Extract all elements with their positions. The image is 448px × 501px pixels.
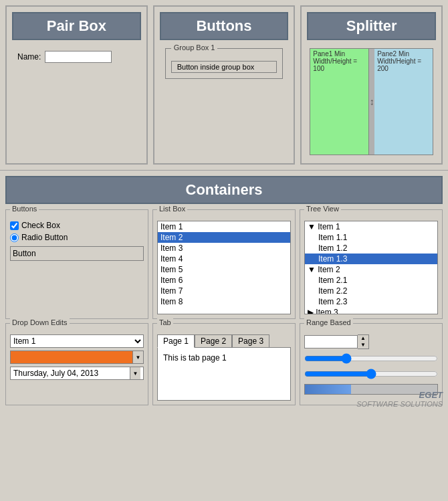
group-box-1: Group Box 1 Button inside group box — [165, 48, 284, 79]
tab-btn-2[interactable]: Page 3 — [232, 334, 269, 347]
tree-item[interactable]: ▼ Item 1 — [305, 221, 437, 232]
name-input[interactable] — [45, 51, 112, 63]
name-label: Name: — [17, 52, 41, 62]
list-item[interactable]: Item 5 — [158, 264, 290, 275]
list-item[interactable]: Item 2 — [158, 232, 290, 243]
listbox[interactable]: Item 1Item 2Item 3Item 4Item 5Item 6Item… — [157, 221, 291, 314]
tree-item[interactable]: Item 1.3 — [305, 254, 437, 264]
container-button[interactable]: Button — [10, 246, 144, 261]
tree-item[interactable]: Item 1.1 — [305, 232, 437, 243]
pane1[interactable]: Pane1 Min Width/Height = 100 — [310, 49, 369, 155]
dropdown-label: Drop Down Edits — [10, 318, 70, 326]
radio-row: Radio Button — [10, 233, 144, 242]
list-item[interactable]: Item 1 — [158, 221, 290, 232]
list-item[interactable]: Item 6 — [158, 275, 290, 286]
tree-item[interactable]: Item 2.1 — [305, 275, 437, 286]
color-dropdown[interactable]: ▼ — [10, 350, 144, 364]
watermark-logo: EGET — [419, 390, 443, 400]
watermark-sub: SOFTWARE SOLUTIONS — [356, 400, 443, 408]
radio-label: Radio Button — [21, 233, 68, 242]
slider-2[interactable] — [304, 369, 438, 379]
pane2-label: Pane2 Min Width/Height = 200 — [374, 49, 433, 74]
date-value: Thursday, July 04, 2013 — [13, 369, 98, 378]
tab-content: This is tab page 1 — [157, 347, 291, 401]
group-box-label: Group Box 1 — [171, 43, 218, 52]
slider-row-1 — [304, 353, 438, 366]
dropdown-container: Drop Down Edits Item 1Item 2Item 3 ▼ Thu… — [5, 323, 148, 405]
splitter-panel: Splitter Pane1 Min Width/Height = 100 ↕ … — [300, 5, 443, 165]
list-item[interactable]: Item 8 — [158, 296, 290, 307]
spinner-row: 23 ▲ ▼ — [304, 334, 438, 349]
list-item[interactable]: Item 7 — [158, 286, 290, 296]
listbox-container: List Box Item 1Item 2Item 3Item 4Item 5I… — [152, 209, 296, 319]
bottom-section: Containers Buttons Check Box Radio Butto… — [0, 170, 448, 411]
listbox-label: List Box — [157, 205, 187, 213]
spinner-up[interactable]: ▲ — [358, 335, 368, 342]
splitter-title: Splitter — [307, 12, 436, 40]
slider-1[interactable] — [304, 353, 438, 364]
containers-title: Containers — [5, 176, 443, 204]
buttons-panel: Buttons Group Box 1 Button inside group … — [153, 5, 296, 165]
pair-box-panel: Pair Box Name: — [5, 5, 148, 165]
buttons-container-box: Buttons Check Box Radio Button Button — [5, 209, 148, 319]
list-item[interactable]: Item 4 — [158, 254, 290, 264]
color-dropdown-arrow[interactable]: ▼ — [132, 351, 143, 363]
checkbox-row: Check Box — [10, 221, 144, 230]
group-button[interactable]: Button inside group box — [171, 61, 277, 73]
tree-item[interactable]: ▼ Item 2 — [305, 264, 437, 275]
tree-item[interactable]: ▶ Item 3 — [305, 307, 437, 314]
splitter-container: Pane1 Min Width/Height = 100 ↕ Pane2 Min… — [310, 48, 433, 155]
date-dropdown[interactable]: Thursday, July 04, 2013 ▼ — [10, 367, 144, 380]
tab-header: Page 1Page 2Page 3 — [157, 334, 291, 347]
progress-bar-fill — [305, 385, 351, 394]
pair-box-title: Pair Box — [12, 12, 141, 40]
tree-item[interactable]: Item 1.2 — [305, 243, 437, 254]
spinner-buttons: ▲ ▼ — [358, 334, 369, 349]
treeview[interactable]: ▼ Item 1Item 1.1Item 1.2Item 1.3▼ Item 2… — [304, 221, 438, 314]
containers-grid: Buttons Check Box Radio Button Button Li… — [5, 209, 443, 405]
pane1-label: Pane1 Min Width/Height = 100 — [310, 49, 368, 74]
date-dropdown-arrow[interactable]: ▼ — [130, 367, 140, 379]
tree-item[interactable]: Item 2.2 — [305, 286, 437, 296]
splitter-handle[interactable]: ↕ — [369, 49, 374, 155]
checkbox-label: Check Box — [21, 221, 60, 230]
slider-row-2 — [304, 369, 438, 381]
tab-label: Tab — [157, 318, 173, 326]
pane2[interactable]: Pane2 Min Width/Height = 200 — [374, 49, 433, 155]
treeview-label: Tree View — [304, 205, 341, 213]
treeview-container: Tree View ▼ Item 1Item 1.1Item 1.2Item 1… — [300, 209, 443, 319]
tab-btn-1[interactable]: Page 2 — [195, 334, 232, 347]
watermark: EGET SOFTWARE SOLUTIONS — [356, 390, 443, 408]
range-label: Range Based — [304, 318, 353, 326]
list-item[interactable]: Item 3 — [158, 243, 290, 254]
spinner-down[interactable]: ▼ — [358, 342, 368, 348]
buttons-container-label: Buttons — [10, 205, 39, 213]
dropdown-select[interactable]: Item 1Item 2Item 3 — [10, 334, 144, 348]
tab-container-box: Tab Page 1Page 2Page 3 This is tab page … — [152, 323, 296, 405]
buttons-title: Buttons — [160, 12, 289, 40]
radio-button[interactable] — [10, 233, 19, 242]
tab-btn-0[interactable]: Page 1 — [157, 334, 195, 348]
check-box[interactable] — [10, 221, 19, 230]
spinner-input[interactable]: 23 — [304, 335, 358, 348]
tree-item[interactable]: Item 2.3 — [305, 296, 437, 307]
